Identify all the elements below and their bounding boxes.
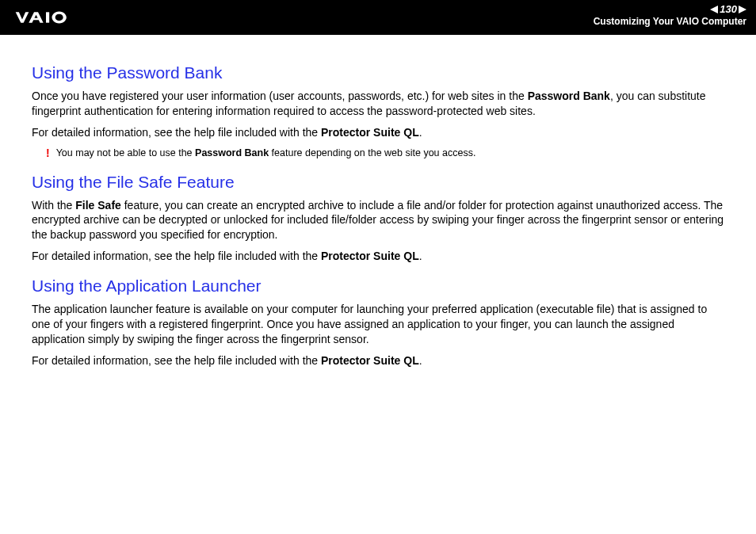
- section-title: Customizing Your VAIO Computer: [594, 16, 746, 27]
- heading-application-launcher: Using the Application Launcher: [32, 277, 724, 296]
- heading-password-bank: Using the Password Bank: [32, 63, 724, 82]
- content-area: Using the Password Bank Once you have re…: [0, 35, 756, 391]
- note-block: ! You may not be able to use the Passwor…: [32, 147, 724, 160]
- svg-rect-0: [46, 12, 49, 22]
- page-number: 130: [720, 3, 737, 15]
- alert-icon: !: [46, 147, 50, 160]
- paragraph: The application launcher feature is avai…: [32, 302, 724, 347]
- next-page-arrow-icon[interactable]: [739, 6, 746, 13]
- header-bar: 130 Customizing Your VAIO Computer: [0, 0, 756, 35]
- paragraph: Once you have registered your user infor…: [32, 89, 724, 119]
- prev-page-arrow-icon[interactable]: [710, 6, 718, 13]
- header-right: 130 Customizing Your VAIO Computer: [594, 3, 746, 27]
- heading-file-safe: Using the File Safe Feature: [32, 173, 724, 192]
- page-nav: 130: [594, 3, 746, 15]
- paragraph: For detailed information, see the help f…: [32, 249, 724, 264]
- vaio-logo: [14, 10, 94, 25]
- paragraph: With the File Safe feature, you can crea…: [32, 198, 724, 243]
- paragraph: For detailed information, see the help f…: [32, 125, 724, 140]
- note-text: You may not be able to use the Password …: [56, 147, 476, 160]
- paragraph: For detailed information, see the help f…: [32, 353, 724, 368]
